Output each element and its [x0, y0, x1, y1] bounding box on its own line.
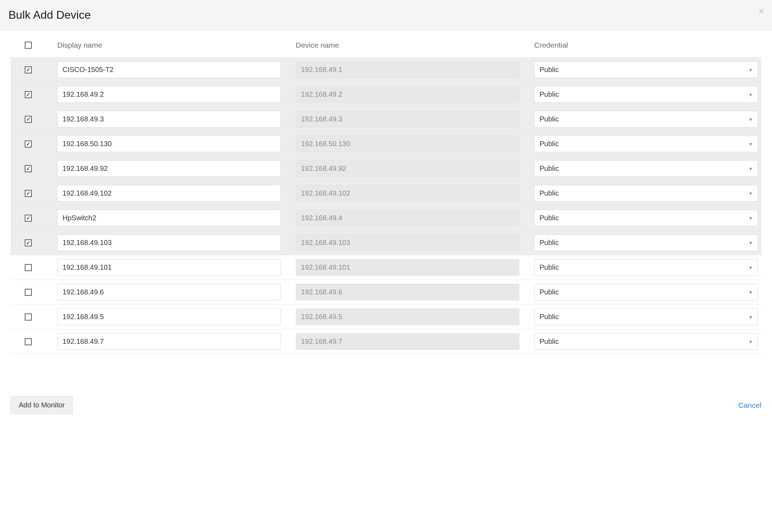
device-name-input	[296, 86, 519, 103]
table-row: Public▼	[11, 156, 761, 181]
row-checkbox[interactable]	[25, 215, 32, 222]
column-header-credential: Credential	[534, 41, 758, 49]
column-header-display-name: Display name	[57, 41, 281, 49]
credential-select[interactable]: Public	[534, 160, 758, 177]
row-checkbox[interactable]	[25, 66, 32, 73]
row-checkbox[interactable]	[25, 338, 32, 345]
device-name-input	[296, 61, 519, 78]
device-name-input	[296, 259, 519, 276]
display-name-input[interactable]	[57, 210, 281, 226]
device-name-input	[296, 136, 519, 152]
bulk-add-device-modal: Bulk Add Device × Display name Device na…	[0, 0, 772, 423]
credential-select[interactable]: Public	[534, 136, 758, 152]
row-checkbox[interactable]	[25, 91, 32, 98]
select-all-checkbox[interactable]	[25, 42, 32, 49]
table-row: Public▼	[11, 304, 761, 329]
table-row: Public▼	[11, 205, 761, 230]
table-row: Public▼	[11, 181, 761, 205]
display-name-input[interactable]	[57, 86, 281, 103]
column-header-device-name: Device name	[296, 41, 519, 49]
device-name-input	[296, 284, 519, 300]
credential-select[interactable]: Public	[534, 86, 758, 103]
row-checkbox[interactable]	[25, 313, 32, 321]
row-checkbox[interactable]	[25, 239, 32, 246]
add-to-monitor-button[interactable]: Add to Monitor	[11, 396, 73, 414]
table-row: Public▼	[11, 131, 761, 156]
row-checkbox[interactable]	[25, 190, 32, 197]
credential-select[interactable]: Public	[534, 185, 758, 202]
table-row: Public▼	[11, 82, 761, 107]
table-row: Public▼	[11, 107, 761, 131]
credential-select[interactable]: Public	[534, 284, 758, 300]
row-checkbox[interactable]	[25, 165, 32, 172]
display-name-input[interactable]	[57, 136, 281, 152]
credential-select[interactable]: Public	[534, 210, 758, 226]
table-row: Public▼	[11, 255, 761, 280]
modal-title: Bulk Add Device	[8, 8, 764, 22]
row-checkbox[interactable]	[25, 141, 32, 148]
credential-select[interactable]: Public	[534, 111, 758, 127]
display-name-input[interactable]	[57, 333, 281, 350]
device-name-input	[296, 185, 519, 202]
device-name-input	[296, 333, 519, 350]
modal-footer: Add to Monitor Cancel	[0, 388, 772, 423]
device-name-input	[296, 111, 519, 127]
device-name-input	[296, 160, 519, 177]
device-name-input	[296, 210, 519, 226]
table-row: Public▼	[11, 57, 761, 82]
display-name-input[interactable]	[57, 309, 281, 325]
credential-select[interactable]: Public	[534, 259, 758, 276]
credential-select[interactable]: Public	[534, 61, 758, 78]
display-name-input[interactable]	[57, 259, 281, 276]
display-name-input[interactable]	[57, 234, 281, 251]
credential-select[interactable]: Public	[534, 234, 758, 251]
device-table: Display name Device name Credential Publ…	[0, 30, 772, 354]
modal-header: Bulk Add Device ×	[0, 0, 772, 30]
device-name-input	[296, 309, 519, 325]
display-name-input[interactable]	[57, 111, 281, 127]
display-name-input[interactable]	[57, 284, 281, 300]
row-checkbox[interactable]	[25, 116, 32, 123]
table-row: Public▼	[11, 329, 761, 354]
credential-select[interactable]: Public	[534, 333, 758, 350]
credential-select[interactable]: Public	[534, 309, 758, 325]
close-icon[interactable]: ×	[759, 6, 764, 16]
row-checkbox[interactable]	[25, 289, 32, 296]
row-checkbox[interactable]	[25, 264, 32, 271]
device-name-input	[296, 234, 519, 251]
display-name-input[interactable]	[57, 61, 281, 78]
cancel-button[interactable]: Cancel	[738, 401, 761, 410]
table-row: Public▼	[11, 280, 761, 304]
table-row: Public▼	[11, 230, 761, 255]
table-header-row: Display name Device name Credential	[11, 30, 761, 57]
display-name-input[interactable]	[57, 185, 281, 202]
display-name-input[interactable]	[57, 160, 281, 177]
